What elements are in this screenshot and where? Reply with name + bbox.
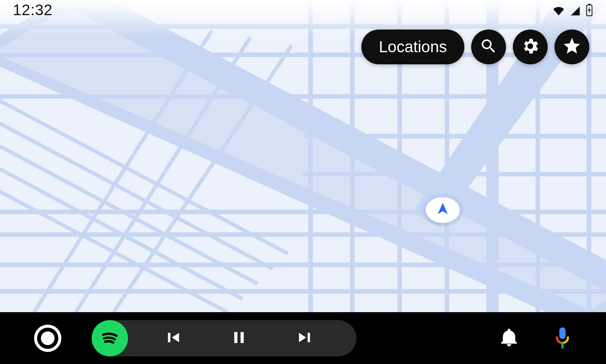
bottom-nav-bar [0, 312, 606, 364]
search-icon [479, 37, 498, 57]
home-circle-icon [41, 331, 55, 345]
spotify-icon [98, 326, 121, 350]
notifications-icon [498, 327, 520, 350]
status-bar: 12:32 [0, 0, 606, 20]
voice-assistant-button[interactable] [553, 327, 572, 350]
battery-charging-icon [586, 3, 593, 16]
skip-previous-icon [163, 328, 182, 348]
skip-next-button[interactable] [272, 320, 338, 356]
media-controls [92, 320, 356, 356]
skip-previous-button[interactable] [139, 320, 206, 356]
favorites-button[interactable] [554, 30, 589, 64]
search-button[interactable] [471, 30, 506, 64]
star-icon [562, 36, 582, 58]
voice-assistant-icon [553, 327, 572, 350]
locations-button[interactable]: Locations [361, 30, 464, 64]
current-location-puck[interactable] [426, 197, 460, 223]
skip-next-icon [296, 328, 315, 348]
map-top-controls: Locations [361, 30, 589, 64]
gear-icon [520, 36, 540, 58]
spotify-app-button[interactable] [92, 320, 128, 356]
notifications-button[interactable] [498, 327, 520, 350]
home-button[interactable] [34, 325, 61, 352]
wifi-icon [552, 6, 565, 16]
pause-icon [230, 328, 248, 348]
locations-label: Locations [379, 38, 447, 56]
svg-rect-29 [587, 5, 592, 16]
settings-button[interactable] [513, 30, 548, 64]
clock: 12:32 [13, 2, 53, 19]
svg-rect-30 [588, 4, 590, 5]
navigation-arrow-icon [435, 202, 450, 218]
cell-signal-icon [569, 6, 582, 16]
svg-rect-31 [559, 327, 566, 339]
pause-button[interactable] [206, 320, 272, 356]
map-view[interactable]: 12:32 Locations [0, 0, 606, 312]
